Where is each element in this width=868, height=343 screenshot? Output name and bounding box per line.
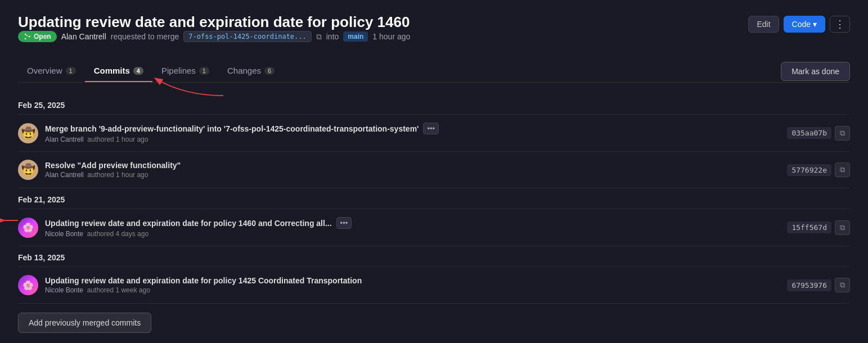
date-group-feb21: Feb 21, 2025 🌸 Updating review date and … <box>18 188 850 246</box>
subtitle: Open Alan Cantrell requested to merge 7-… <box>18 31 410 42</box>
commit-author: Alan Cantrell <box>45 171 84 179</box>
commit-info: Merge branch '9-add-preview-functionalit… <box>45 123 780 143</box>
add-previously-merged-commits-button[interactable]: Add previously merged commits <box>18 313 151 333</box>
time-text: 1 hour ago <box>372 32 410 41</box>
mark-done-button[interactable]: Mark as done <box>781 62 850 81</box>
commit-title: Updating review date and expiration date… <box>45 276 780 285</box>
copy-hash-button[interactable]: ⧉ <box>835 126 850 141</box>
tab-overview[interactable]: Overview 1 <box>18 60 85 82</box>
header-row: Updating review date and expiration date… <box>18 13 850 53</box>
commit-hash-area: 5776922e ⧉ <box>787 163 850 177</box>
commit-title: Resolve "Add preview functionality" <box>45 161 780 170</box>
commit-info: Updating review date and expiration date… <box>45 276 780 294</box>
copy-branch-icon[interactable]: ⧉ <box>316 32 322 42</box>
commit-meta: Alan Cantrell authored 1 hour ago <box>45 136 780 143</box>
commit-author: Alan Cantrell <box>45 136 84 143</box>
commit-title-text[interactable]: Resolve "Add preview functionality" <box>45 161 181 170</box>
target-branch[interactable]: main <box>343 31 368 42</box>
commit-info: Resolve "Add preview functionality" Alan… <box>45 161 780 179</box>
tab-changes[interactable]: Changes 6 <box>218 60 284 82</box>
commit-row: 🤠 Merge branch '9-add-preview-functional… <box>18 115 850 152</box>
action-text: requested to merge <box>111 32 179 41</box>
code-button[interactable]: Code ▾ <box>784 16 825 33</box>
commit-dots-button[interactable]: ••• <box>336 217 352 229</box>
code-label: Code <box>792 20 811 29</box>
tabs-bar: Overview 1 Commits 4 Pipelines 1 Changes… <box>18 60 850 83</box>
commit-row: 🤠 Resolve "Add preview functionality" Al… <box>18 152 850 188</box>
open-label: Open <box>34 33 51 40</box>
commits-content: Feb 25, 2025 🤠 Merge branch '9-add-previ… <box>18 83 850 333</box>
tab-overview-label: Overview <box>27 66 62 75</box>
commit-meta: Alan Cantrell authored 1 hour ago <box>45 171 780 179</box>
commit-title-text[interactable]: Merge branch '9-add-preview-functionalit… <box>45 124 419 133</box>
tab-pipelines-count: 1 <box>199 67 209 75</box>
tab-pipelines-label: Pipelines <box>161 66 196 75</box>
tab-pipelines[interactable]: Pipelines 1 <box>152 60 218 82</box>
tab-commits-count: 4 <box>133 67 143 75</box>
commit-hash: 67953976 <box>787 279 831 291</box>
commit-title-text[interactable]: Updating review date and expiration date… <box>45 276 362 285</box>
commit-row: 🌸 Updating review date and expiration da… <box>18 209 850 246</box>
tabs-container: Overview 1 Commits 4 Pipelines 1 Changes… <box>18 60 850 83</box>
chevron-down-icon: ▾ <box>813 20 817 29</box>
header-actions: Edit Code ▾ ⋮ <box>748 16 850 33</box>
commit-hash: 15ff567d <box>787 222 831 233</box>
tab-commits[interactable]: Commits 4 <box>85 60 152 82</box>
commit-meta: Nicole Bonte authored 4 days ago <box>45 230 780 238</box>
avatar: 🤠 <box>18 123 38 143</box>
date-group-feb13: Feb 13, 2025 🌸 Updating review date and … <box>18 246 850 304</box>
copy-hash-button[interactable]: ⧉ <box>835 278 850 292</box>
commit-title-text[interactable]: Updating review date and expiration date… <box>45 219 332 228</box>
commit-hash-area: 035aa07b ⧉ <box>787 126 850 141</box>
open-badge: Open <box>18 31 57 42</box>
page-container: Updating review date and expiration date… <box>0 0 868 343</box>
tab-commits-label: Commits <box>94 66 130 75</box>
commit-hash-area: 67953976 ⧉ <box>787 278 850 292</box>
commit-hash: 5776922e <box>787 164 831 176</box>
commit-info: Updating review date and expiration date… <box>45 217 780 238</box>
date-label-feb21: Feb 21, 2025 <box>18 188 850 209</box>
commit-dots-button[interactable]: ••• <box>423 123 439 134</box>
commit-author: Nicole Bonte <box>45 286 83 294</box>
edit-button[interactable]: Edit <box>748 16 779 33</box>
commit-meta: Nicole Bonte authored 1 week ago <box>45 286 780 294</box>
copy-hash-button[interactable]: ⧉ <box>835 220 850 235</box>
date-label-feb13: Feb 13, 2025 <box>18 246 850 267</box>
tab-changes-label: Changes <box>227 66 261 75</box>
commit-title: Updating review date and expiration date… <box>45 217 780 229</box>
commit-title: Merge branch '9-add-preview-functionalit… <box>45 123 780 134</box>
into-text: into <box>326 32 339 41</box>
tab-overview-count: 1 <box>66 67 76 75</box>
commit-row: 🌸 Updating review date and expiration da… <box>18 267 850 304</box>
date-group-feb25: Feb 25, 2025 🤠 Merge branch '9-add-previ… <box>18 94 850 188</box>
tab-changes-count: 6 <box>264 67 275 75</box>
source-branch[interactable]: 7-ofss-pol-1425-coordinate... <box>183 31 312 42</box>
avatar: 🌸 <box>18 218 38 238</box>
page-title: Updating review date and expiration date… <box>18 13 410 31</box>
avatar: 🌸 <box>18 275 38 295</box>
copy-hash-button[interactable]: ⧉ <box>835 163 850 177</box>
merge-request-icon <box>24 33 32 40</box>
author-name: Alan Cantrell <box>61 32 106 41</box>
commit-author: Nicole Bonte <box>45 230 83 238</box>
commit-hash-area: 15ff567d ⧉ <box>787 220 850 235</box>
arrow-annotation-2 <box>2 218 19 223</box>
commit-hash: 035aa07b <box>787 127 831 139</box>
date-label-feb25: Feb 25, 2025 <box>18 94 850 115</box>
title-section: Updating review date and expiration date… <box>18 13 410 53</box>
avatar: 🤠 <box>18 160 38 180</box>
more-options-button[interactable]: ⋮ <box>830 16 850 33</box>
